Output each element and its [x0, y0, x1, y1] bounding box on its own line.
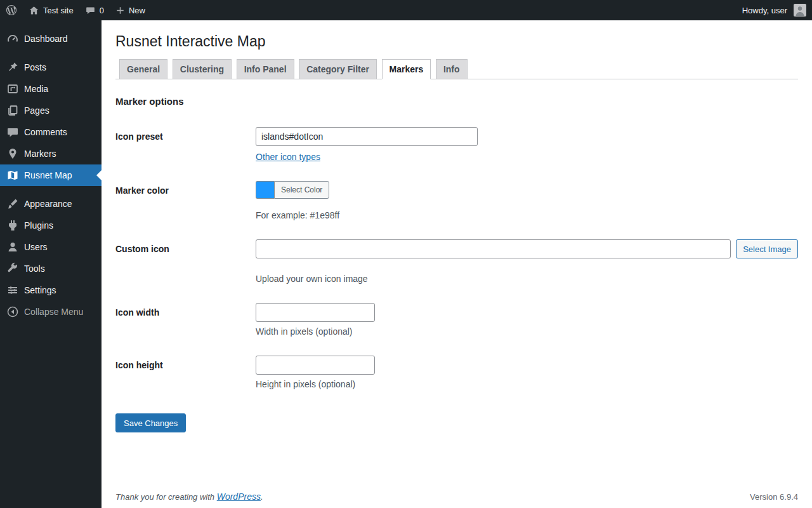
icon-width-input[interactable]	[256, 303, 375, 322]
sidebar-item-markers[interactable]: Markers	[0, 143, 102, 164]
icon-height-help: Height in pixels (optional)	[256, 379, 798, 389]
tab-info-panel[interactable]: Info Panel	[237, 59, 294, 79]
comments-icon	[6, 126, 19, 138]
sidebar-item-label: Media	[24, 84, 48, 94]
new-content-button[interactable]: New	[110, 0, 151, 20]
comment-bubble-icon	[85, 5, 96, 16]
marker-color-row: Marker color Select Color For example: #…	[115, 181, 798, 220]
footer-thanks-suffix: .	[261, 492, 263, 502]
page-title: Rusnet Interactive Map	[115, 20, 798, 53]
tab-markers[interactable]: Markers	[382, 59, 431, 79]
admin-bar-spacer	[151, 0, 737, 20]
sidebar-item-media[interactable]: Media	[0, 78, 102, 100]
custom-icon-row: Custom icon Select Image Upload your own…	[115, 239, 798, 284]
footer-version: Version 6.9.4	[750, 492, 798, 502]
dashboard-icon	[6, 32, 19, 45]
sidebar-item-label: Appearance	[24, 199, 72, 209]
site-name-link[interactable]: Test site	[23, 0, 79, 20]
custom-icon-help: Upload your own icon image	[256, 274, 798, 284]
sidebar-item-dashboard[interactable]: Dashboard	[0, 28, 102, 50]
footer-thankyou: Thank you for creating with WordPress.	[115, 491, 263, 502]
wordpress-logo-button[interactable]	[0, 0, 23, 20]
howdy-label: Howdy, user	[742, 6, 787, 15]
tab-general[interactable]: General	[119, 59, 167, 79]
site-name-label: Test site	[43, 6, 74, 15]
avatar	[794, 4, 806, 17]
tab-clustering[interactable]: Clustering	[173, 59, 232, 79]
save-changes-button[interactable]: Save Changes	[115, 413, 186, 432]
footer: Thank you for creating with WordPress. V…	[115, 491, 798, 502]
location-pin-icon	[6, 147, 19, 160]
other-icon-types-link[interactable]: Other icon types	[256, 152, 320, 162]
plug-icon	[6, 219, 19, 232]
sidebar-item-label: Posts	[24, 62, 46, 72]
sidebar-item-label: Comments	[24, 127, 67, 137]
sidebar-item-label: Users	[24, 242, 48, 252]
wordpress-logo-icon	[6, 4, 17, 16]
sidebar-item-label: Pages	[24, 105, 49, 116]
avatar-person-icon	[794, 4, 806, 17]
select-image-button[interactable]: Select Image	[736, 239, 798, 258]
wrench-icon	[6, 262, 19, 275]
sidebar-item-posts[interactable]: Posts	[0, 57, 102, 78]
collapse-arrow-icon	[6, 305, 19, 318]
icon-width-label: Icon width	[115, 303, 256, 318]
custom-icon-input[interactable]	[256, 239, 731, 258]
icon-preset-row: Icon preset Other icon types	[115, 127, 798, 162]
paintbrush-icon	[6, 197, 19, 210]
color-picker-control: Select Color	[256, 181, 329, 199]
section-title: Marker options	[115, 96, 798, 107]
sidebar-item-rusnet-map[interactable]: Rusnet Map	[0, 164, 102, 186]
footer-thanks-prefix: Thank you for creating with	[115, 492, 214, 502]
sidebar-item-comments[interactable]: Comments	[0, 121, 102, 143]
sidebar-item-label: Dashboard	[24, 34, 68, 44]
new-label: New	[129, 6, 145, 15]
sidebar-item-appearance[interactable]: Appearance	[0, 193, 102, 215]
wordpress-link[interactable]: WordPress	[217, 491, 261, 502]
color-swatch[interactable]	[256, 181, 274, 199]
sidebar-item-label: Rusnet Map	[24, 170, 72, 180]
marker-color-label: Marker color	[115, 181, 256, 196]
pushpin-icon	[6, 61, 19, 74]
sidebar-item-tools[interactable]: Tools	[0, 258, 102, 279]
sidebar-item-label: Tools	[24, 264, 45, 274]
sidebar: Dashboard Posts Media Pages Comments Mar…	[0, 20, 102, 508]
sidebar-item-label: Markers	[24, 149, 56, 159]
map-icon	[6, 169, 19, 182]
media-icon	[6, 83, 19, 95]
pages-icon	[6, 104, 19, 117]
plus-icon	[115, 6, 125, 15]
sidebar-item-pages[interactable]: Pages	[0, 100, 102, 121]
home-icon	[29, 5, 39, 16]
howdy-account-menu[interactable]: Howdy, user	[737, 0, 812, 20]
icon-height-label: Icon height	[115, 356, 256, 370]
icon-width-row: Icon width Width in pixels (optional)	[115, 303, 798, 337]
sidebar-item-label: Plugins	[24, 220, 53, 231]
user-icon	[6, 241, 19, 253]
comments-admin-bar-link[interactable]: 0	[79, 0, 110, 20]
tab-info[interactable]: Info	[436, 59, 468, 79]
collapse-menu-button[interactable]: Collapse Menu	[0, 301, 102, 323]
sidebar-item-plugins[interactable]: Plugins	[0, 215, 102, 236]
icon-height-row: Icon height Height in pixels (optional)	[115, 356, 798, 389]
icon-preset-label: Icon preset	[115, 127, 256, 142]
comments-count: 0	[100, 6, 104, 15]
marker-color-help: For example: #1e98ff	[256, 210, 798, 220]
tab-category-filter[interactable]: Category Filter	[299, 59, 377, 79]
icon-height-input[interactable]	[256, 356, 375, 375]
settings-icon	[6, 284, 19, 297]
tab-bar: General Clustering Info Panel Category F…	[115, 59, 798, 79]
select-color-button[interactable]: Select Color	[274, 181, 329, 199]
menu-separator	[0, 50, 102, 57]
main-content: Rusnet Interactive Map General Clusterin…	[102, 20, 812, 508]
admin-bar: Test site 0 New Howdy, user	[0, 0, 812, 20]
collapse-menu-label: Collapse Menu	[24, 307, 83, 317]
icon-preset-input[interactable]	[256, 127, 478, 146]
marker-options-form: Icon preset Other icon types Marker colo…	[115, 127, 798, 432]
icon-width-help: Width in pixels (optional)	[256, 326, 798, 337]
sidebar-item-settings[interactable]: Settings	[0, 279, 102, 301]
custom-icon-label: Custom icon	[115, 239, 256, 254]
menu-separator	[0, 186, 102, 193]
sidebar-item-label: Settings	[24, 285, 56, 295]
sidebar-item-users[interactable]: Users	[0, 236, 102, 258]
